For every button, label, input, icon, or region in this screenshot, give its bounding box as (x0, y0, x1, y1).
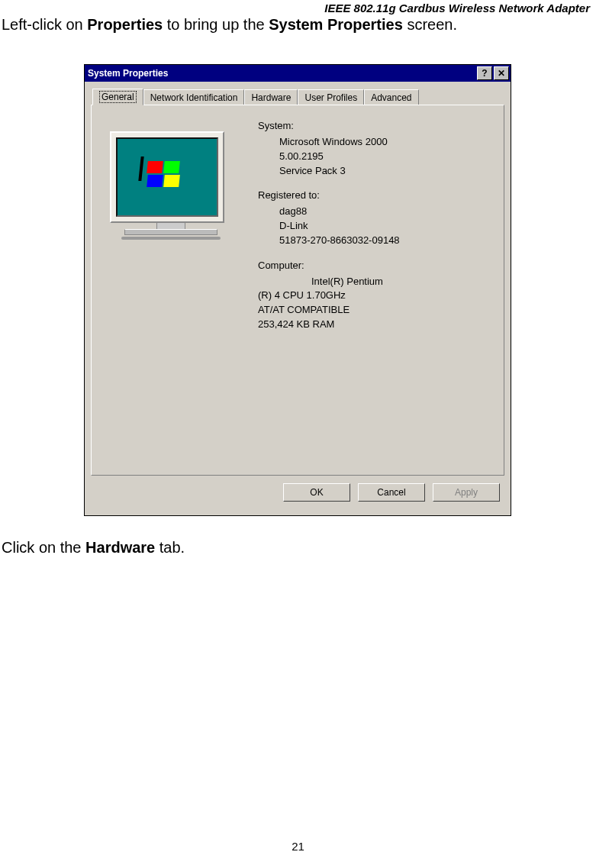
system-info: System: Microsoft Windows 2000 5.00.2195… (258, 119, 495, 332)
tab-network-identification[interactable]: Network Identification (143, 89, 245, 105)
dialog-body: General Network Identification Hardware … (85, 82, 511, 515)
tab-label: Network Identification (150, 92, 238, 103)
cancel-button[interactable]: Cancel (358, 483, 425, 502)
computer-cpu1: Intel(R) Pentium (258, 275, 495, 289)
text: to bring up the (163, 16, 269, 33)
close-icon: ✕ (498, 68, 505, 79)
dialog-button-row: OK Cancel Apply (91, 476, 504, 509)
computer-label: Computer: (258, 259, 495, 273)
dialog-title: System Properties (88, 68, 475, 79)
registered-label: Registered to: (258, 189, 495, 203)
tab-general[interactable]: General (92, 89, 143, 105)
registered-user: dag88 (258, 205, 495, 219)
computer-group: Computer: Intel(R) Pentium (R) 4 CPU 1.7… (258, 259, 495, 332)
computer-type: AT/AT COMPATIBLE (258, 303, 495, 318)
system-os: Microsoft Windows 2000 (258, 135, 495, 150)
apply-button[interactable]: Apply (433, 483, 500, 502)
titlebar: System Properties ? ✕ (85, 65, 511, 82)
system-version: 5.00.2195 (258, 150, 495, 164)
help-button[interactable]: ? (477, 66, 492, 80)
text: screen. (403, 16, 457, 33)
registered-org: D-Link (258, 219, 495, 234)
text-bold: System Properties (269, 16, 403, 33)
tabstrip: General Network Identification Hardware … (91, 88, 504, 105)
page-number: 21 (0, 840, 596, 853)
system-group: System: Microsoft Windows 2000 5.00.2195… (258, 119, 495, 178)
system-sp: Service Pack 3 (258, 164, 495, 179)
tab-advanced[interactable]: Advanced (364, 89, 418, 105)
monitor-illustration (110, 131, 232, 246)
tab-label: User Profiles (304, 92, 357, 103)
ok-button[interactable]: OK (283, 483, 350, 502)
tab-label: General (99, 91, 137, 103)
registered-pid: 51873-270-8663032-09148 (258, 234, 495, 248)
tab-label: Hardware (251, 92, 291, 103)
computer-ram: 253,424 KB RAM (258, 318, 495, 332)
windows-logo-icon (147, 161, 187, 193)
tabpanel-general: System: Microsoft Windows 2000 5.00.2195… (91, 105, 504, 476)
text: Click on the (2, 539, 85, 556)
tab-hardware[interactable]: Hardware (244, 89, 298, 105)
close-button[interactable]: ✕ (494, 66, 509, 80)
text: tab. (155, 539, 185, 556)
computer-cpu2: (R) 4 CPU 1.70GHz (258, 289, 495, 303)
tab-label: Advanced (371, 92, 411, 103)
text-bold: Properties (87, 16, 163, 33)
tab-user-profiles[interactable]: User Profiles (298, 89, 364, 105)
text: Left-click on (2, 16, 87, 33)
system-properties-dialog: System Properties ? ✕ General Network Id… (84, 64, 511, 516)
instruction-line-1: Left-click on Properties to bring up the… (0, 16, 596, 34)
registered-group: Registered to: dag88 D-Link 51873-270-86… (258, 189, 495, 247)
page-header: IEEE 802.11g Cardbus Wireless Network Ad… (0, 2, 596, 15)
instruction-line-2: Click on the Hardware tab. (0, 539, 596, 557)
help-icon: ? (482, 68, 487, 79)
system-label: System: (258, 119, 495, 134)
text-bold: Hardware (85, 539, 155, 556)
